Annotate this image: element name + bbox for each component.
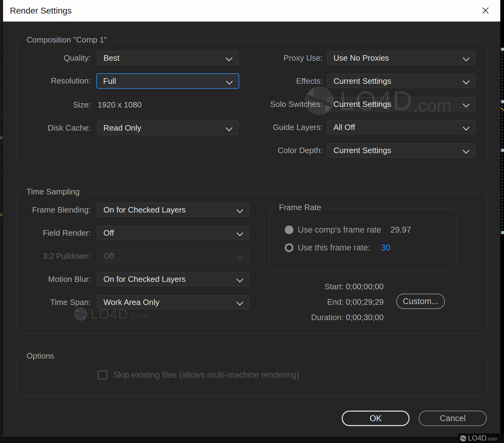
end-value: 0;00;29;29	[346, 297, 384, 307]
chevron-down-icon	[463, 147, 470, 154]
skip-existing-checkbox[interactable]	[98, 370, 107, 380]
selection-handle	[501, 231, 504, 234]
start-label: Start:	[325, 282, 344, 291]
color-depth-select[interactable]: Current Settings	[327, 143, 476, 157]
solo-switches-select[interactable]: Current Settings	[327, 97, 476, 111]
motion-blur-label: Motion Blur:	[3, 272, 91, 286]
frame-blending-value: On for Checked Layers	[103, 205, 186, 215]
proxy-use-select[interactable]: Use No Proxies	[327, 51, 476, 65]
color-depth-value: Current Settings	[333, 146, 391, 155]
chevron-down-icon	[463, 124, 470, 131]
frame-blending-label: Frame Blending:	[3, 203, 91, 217]
comp-frame-rate-value: 29.97	[390, 223, 411, 237]
disk-cache-label: Disk Cache:	[3, 121, 91, 135]
chevron-down-icon	[236, 299, 244, 306]
end-label: End:	[327, 297, 344, 307]
chevron-down-icon	[463, 78, 470, 85]
frame-rate-group: Frame Rate	[269, 208, 456, 270]
field-render-select[interactable]: Off	[97, 226, 249, 240]
pulldown-select[interactable]: Off	[97, 249, 249, 263]
span-start-row: Start: 0;00;00;00	[260, 279, 384, 294]
screen: ... er e Composition "Comp 1" Quality: B…	[0, 0, 504, 443]
resolution-value: Full	[103, 76, 116, 86]
proxy-use-value: Use No Proxies	[333, 53, 389, 63]
background-app-bottom	[0, 437, 504, 443]
chevron-down-icon	[236, 206, 244, 213]
resolution-label: Resolution:	[3, 74, 91, 88]
use-comp-frame-rate-label: Use comp's frame rate	[298, 223, 381, 237]
guide-layers-select[interactable]: All Off	[327, 120, 476, 134]
render-queue-rows	[0, 27, 3, 175]
time-span-label: Time Span:	[3, 295, 91, 309]
color-depth-label: Color Depth:	[188, 143, 323, 157]
background-text-fragment: e	[0, 212, 3, 217]
span-end-row: End: 0;00;29;29	[260, 295, 384, 309]
selection-handle	[501, 48, 504, 51]
background-app-left-panel: ... er e	[0, 0, 3, 443]
render-settings-dialog: Composition "Comp 1" Quality: Best Resol…	[3, 22, 500, 437]
time-span-value: Work Area Only	[103, 298, 159, 307]
chevron-down-icon	[463, 101, 470, 108]
pulldown-value: Off	[103, 251, 114, 261]
duration-value: 0;00;30;00	[346, 313, 384, 322]
solo-switches-value: Current Settings	[333, 100, 391, 109]
span-duration-row: Duration: 0;00;30;00	[260, 310, 384, 324]
guide-layers-value: All Off	[333, 123, 355, 132]
disk-cache-value: Read Only	[103, 123, 141, 133]
cancel-button[interactable]: Cancel	[419, 411, 487, 426]
pulldown-label: 3:2 Pulldown:	[3, 249, 91, 263]
use-this-frame-rate-label: Use this frame rate:	[298, 241, 370, 255]
dialog-title: Render Settings	[10, 0, 72, 22]
lo4d-badge: LO4D .com	[458, 433, 504, 443]
use-comp-frame-rate-radio[interactable]	[285, 226, 293, 234]
motion-blur-value: On for Checked Layers	[103, 274, 186, 284]
custom-frame-rate-value[interactable]: 30	[381, 241, 390, 255]
start-value: 0;00;00;00	[346, 282, 384, 291]
motion-blur-select[interactable]: On for Checked Layers	[97, 272, 249, 286]
chevron-down-icon	[463, 55, 470, 62]
badge-suffix: .com	[486, 436, 497, 442]
badge-brand: LO4D	[468, 434, 486, 442]
frame-blending-select[interactable]: On for Checked Layers	[97, 203, 249, 217]
custom-span-button[interactable]: Custom...	[396, 294, 445, 309]
skip-existing-label: Skip existing files (allows multi-machin…	[113, 368, 299, 382]
effects-value: Current Settings	[333, 76, 391, 86]
selection-handle	[501, 149, 504, 152]
size-label: Size:	[3, 98, 91, 112]
close-icon[interactable]	[478, 3, 493, 18]
selection-dashed-line	[502, 49, 502, 233]
proxy-use-label: Proxy Use:	[188, 51, 323, 65]
dialog-title-bar: Render Settings	[3, 0, 500, 22]
field-render-value: Off	[103, 228, 114, 238]
background-text-fragment: er	[0, 135, 3, 140]
options-group-legend: Options	[23, 351, 58, 361]
background-comp-viewer	[500, 0, 504, 443]
chevron-down-icon	[236, 230, 244, 237]
chevron-down-icon	[236, 276, 244, 283]
quality-value: Best	[103, 53, 119, 63]
time-span-select[interactable]: Work Area Only	[97, 295, 249, 309]
effects-label: Effects:	[188, 74, 323, 88]
field-render-label: Field Render:	[3, 226, 91, 240]
lo4d-logo-icon	[459, 435, 467, 442]
selection-handle	[501, 100, 504, 103]
duration-label: Duration:	[311, 313, 344, 322]
solo-switches-label: Solo Switches:	[188, 97, 323, 111]
ok-button[interactable]: OK	[342, 411, 409, 426]
time-sampling-group-legend: Time Sampling	[23, 187, 83, 197]
size-value: 1920 x 1080	[98, 98, 142, 112]
effects-select[interactable]: Current Settings	[327, 74, 476, 88]
quality-label: Quality:	[3, 51, 91, 65]
use-this-frame-rate-radio[interactable]	[285, 243, 293, 252]
composition-group-legend: Composition "Comp 1"	[23, 35, 111, 45]
frame-rate-group-legend: Frame Rate	[275, 203, 325, 212]
background-text-fragment: ...	[0, 112, 3, 116]
guide-layers-label: Guide Layers:	[188, 120, 323, 134]
chevron-down-icon	[236, 253, 244, 260]
